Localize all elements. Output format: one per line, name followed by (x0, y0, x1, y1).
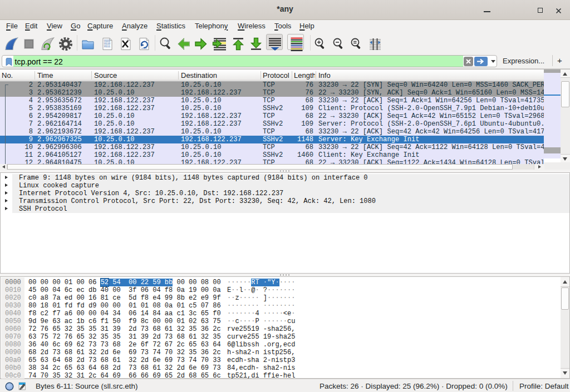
svg-text:0111: 0111 (104, 45, 110, 48)
svg-text:0101: 0101 (141, 47, 147, 49)
